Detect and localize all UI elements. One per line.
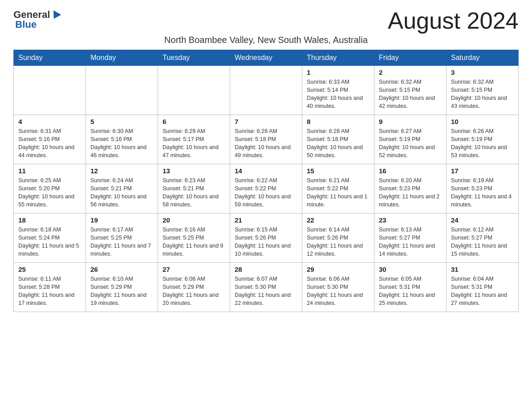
day-info: Sunrise: 6:22 AMSunset: 5:22 PMDaylight:… [235, 176, 297, 209]
day-info: Sunrise: 6:24 AMSunset: 5:21 PMDaylight:… [90, 176, 153, 209]
calendar-cell: 15Sunrise: 6:21 AMSunset: 5:22 PMDayligh… [302, 164, 374, 214]
calendar-cell: 30Sunrise: 6:05 AMSunset: 5:31 PMDayligh… [374, 263, 446, 312]
calendar-week-row: 18Sunrise: 6:18 AMSunset: 5:24 PMDayligh… [14, 214, 519, 263]
calendar-cell: 3Sunrise: 6:32 AMSunset: 5:15 PMDaylight… [446, 66, 519, 115]
day-number: 17 [451, 167, 514, 175]
calendar-cell: 6Sunrise: 6:29 AMSunset: 5:17 PMDaylight… [158, 115, 230, 164]
calendar-cell: 16Sunrise: 6:20 AMSunset: 5:23 PMDayligh… [374, 164, 446, 214]
day-number: 15 [307, 167, 369, 175]
calendar-cell: 22Sunrise: 6:14 AMSunset: 5:26 PMDayligh… [302, 214, 374, 263]
day-info: Sunrise: 6:11 AMSunset: 5:28 PMDaylight:… [18, 275, 81, 308]
calendar-cell: 20Sunrise: 6:16 AMSunset: 5:25 PMDayligh… [158, 214, 230, 263]
day-number: 21 [235, 216, 297, 224]
calendar-week-row: 25Sunrise: 6:11 AMSunset: 5:28 PMDayligh… [14, 263, 519, 312]
day-info: Sunrise: 6:30 AMSunset: 5:16 PMDaylight:… [90, 127, 153, 160]
weekday-header-sunday: Sunday [14, 50, 86, 66]
day-info: Sunrise: 6:13 AMSunset: 5:27 PMDaylight:… [379, 226, 442, 258]
calendar-cell: 29Sunrise: 6:06 AMSunset: 5:30 PMDayligh… [302, 263, 374, 312]
calendar-week-row: 11Sunrise: 6:25 AMSunset: 5:20 PMDayligh… [14, 164, 519, 214]
calendar-cell: 26Sunrise: 6:10 AMSunset: 5:29 PMDayligh… [86, 263, 158, 312]
calendar-cell: 8Sunrise: 6:28 AMSunset: 5:18 PMDaylight… [302, 115, 374, 164]
calendar-cell: 31Sunrise: 6:04 AMSunset: 5:31 PMDayligh… [446, 263, 519, 312]
day-number: 7 [235, 118, 297, 125]
calendar-cell: 1Sunrise: 6:33 AMSunset: 5:14 PMDaylight… [302, 66, 374, 115]
calendar-cell [14, 66, 86, 115]
page-header: General Blue August 2024 [13, 9, 519, 32]
calendar-week-row: 4Sunrise: 6:31 AMSunset: 5:16 PMDaylight… [14, 115, 519, 164]
calendar-cell: 4Sunrise: 6:31 AMSunset: 5:16 PMDaylight… [14, 115, 86, 164]
day-number: 20 [163, 216, 225, 224]
day-number: 27 [163, 265, 225, 273]
day-info: Sunrise: 6:07 AMSunset: 5:30 PMDaylight:… [235, 275, 297, 308]
day-number: 28 [235, 265, 297, 273]
day-info: Sunrise: 6:18 AMSunset: 5:24 PMDaylight:… [18, 226, 81, 258]
day-info: Sunrise: 6:10 AMSunset: 5:29 PMDaylight:… [90, 275, 153, 308]
day-info: Sunrise: 6:15 AMSunset: 5:26 PMDaylight:… [235, 226, 297, 258]
calendar-cell: 25Sunrise: 6:11 AMSunset: 5:28 PMDayligh… [14, 263, 86, 312]
day-info: Sunrise: 6:25 AMSunset: 5:20 PMDaylight:… [18, 176, 81, 209]
calendar-cell: 12Sunrise: 6:24 AMSunset: 5:21 PMDayligh… [86, 164, 158, 214]
calendar-cell: 2Sunrise: 6:32 AMSunset: 5:15 PMDaylight… [374, 66, 446, 115]
weekday-header-wednesday: Wednesday [230, 50, 302, 66]
calendar-cell [86, 66, 158, 115]
day-info: Sunrise: 6:17 AMSunset: 5:25 PMDaylight:… [90, 226, 153, 258]
day-number: 11 [18, 167, 81, 175]
day-number: 25 [18, 265, 81, 273]
calendar-cell: 21Sunrise: 6:15 AMSunset: 5:26 PMDayligh… [230, 214, 302, 263]
day-number: 24 [451, 216, 514, 224]
day-number: 9 [379, 118, 442, 125]
day-number: 3 [451, 68, 514, 76]
weekday-header-tuesday: Tuesday [158, 50, 230, 66]
month-title: August 2024 [388, 9, 519, 32]
day-number: 10 [451, 118, 514, 125]
day-info: Sunrise: 6:05 AMSunset: 5:31 PMDaylight:… [379, 275, 442, 308]
day-info: Sunrise: 6:26 AMSunset: 5:19 PMDaylight:… [451, 127, 514, 160]
day-number: 12 [90, 167, 153, 175]
calendar-cell [158, 66, 230, 115]
day-number: 29 [307, 265, 369, 273]
day-info: Sunrise: 6:16 AMSunset: 5:25 PMDaylight:… [163, 226, 225, 258]
day-info: Sunrise: 6:21 AMSunset: 5:22 PMDaylight:… [307, 176, 369, 209]
day-info: Sunrise: 6:12 AMSunset: 5:27 PMDaylight:… [451, 226, 514, 258]
day-number: 19 [90, 216, 153, 224]
day-info: Sunrise: 6:14 AMSunset: 5:26 PMDaylight:… [307, 226, 369, 258]
day-info: Sunrise: 6:04 AMSunset: 5:31 PMDaylight:… [451, 275, 514, 308]
calendar-cell: 13Sunrise: 6:23 AMSunset: 5:21 PMDayligh… [158, 164, 230, 214]
location-title: North Boambee Valley, New South Wales, A… [13, 35, 519, 45]
day-info: Sunrise: 6:28 AMSunset: 5:18 PMDaylight:… [307, 127, 369, 160]
calendar-cell: 28Sunrise: 6:07 AMSunset: 5:30 PMDayligh… [230, 263, 302, 312]
calendar-cell: 14Sunrise: 6:22 AMSunset: 5:22 PMDayligh… [230, 164, 302, 214]
day-info: Sunrise: 6:27 AMSunset: 5:19 PMDaylight:… [379, 127, 442, 160]
day-info: Sunrise: 6:32 AMSunset: 5:15 PMDaylight:… [379, 78, 442, 111]
logo-blue-text: Blue [15, 19, 37, 30]
weekday-header-monday: Monday [86, 50, 158, 66]
day-number: 30 [379, 265, 442, 273]
day-number: 18 [18, 216, 81, 224]
day-number: 5 [90, 118, 153, 125]
day-number: 6 [163, 118, 225, 125]
day-number: 22 [307, 216, 369, 224]
calendar-table: SundayMondayTuesdayWednesdayThursdayFrid… [13, 50, 519, 312]
weekday-header-thursday: Thursday [302, 50, 374, 66]
day-info: Sunrise: 6:08 AMSunset: 5:29 PMDaylight:… [163, 275, 225, 308]
day-info: Sunrise: 6:28 AMSunset: 5:18 PMDaylight:… [235, 127, 297, 160]
day-number: 2 [379, 68, 442, 76]
calendar-cell: 17Sunrise: 6:19 AMSunset: 5:23 PMDayligh… [446, 164, 519, 214]
day-number: 23 [379, 216, 442, 224]
day-info: Sunrise: 6:23 AMSunset: 5:21 PMDaylight:… [163, 176, 225, 209]
calendar-week-row: 1Sunrise: 6:33 AMSunset: 5:14 PMDaylight… [14, 66, 519, 115]
day-number: 4 [18, 118, 81, 125]
calendar-cell: 18Sunrise: 6:18 AMSunset: 5:24 PMDayligh… [14, 214, 86, 263]
day-number: 16 [379, 167, 442, 175]
day-number: 8 [307, 118, 369, 125]
day-number: 14 [235, 167, 297, 175]
day-info: Sunrise: 6:29 AMSunset: 5:17 PMDaylight:… [163, 127, 225, 160]
calendar-cell: 19Sunrise: 6:17 AMSunset: 5:25 PMDayligh… [86, 214, 158, 263]
calendar-cell: 11Sunrise: 6:25 AMSunset: 5:20 PMDayligh… [14, 164, 86, 214]
calendar-cell: 24Sunrise: 6:12 AMSunset: 5:27 PMDayligh… [446, 214, 519, 263]
calendar-cell: 23Sunrise: 6:13 AMSunset: 5:27 PMDayligh… [374, 214, 446, 263]
day-info: Sunrise: 6:32 AMSunset: 5:15 PMDaylight:… [451, 78, 514, 111]
logo-triangle-icon [50, 10, 61, 21]
calendar-cell: 5Sunrise: 6:30 AMSunset: 5:16 PMDaylight… [86, 115, 158, 164]
day-number: 26 [90, 265, 153, 273]
